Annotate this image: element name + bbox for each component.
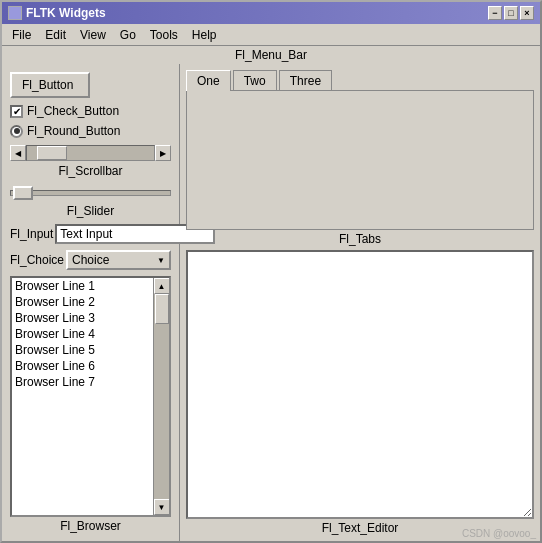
menu-bar: File Edit View Go Tools Help [2, 24, 540, 46]
fl-round-label: Fl_Round_Button [27, 124, 120, 138]
tab-three-label: Three [290, 74, 321, 88]
main-window: FLTK Widgets − □ × File Edit View Go Too… [0, 0, 542, 543]
scrollbar-thumb[interactable] [37, 146, 67, 160]
fl-choice-row: Fl_Choice Choice ▼ [10, 250, 171, 270]
fl-tabs-body [186, 90, 534, 230]
fl-scrollbar-container: ◀ ▶ Fl_Scrollbar [10, 144, 171, 178]
fl-scrollbar-label-text: Fl_Scrollbar [58, 164, 122, 178]
menu-help[interactable]: Help [186, 26, 223, 44]
fl-check-label: Fl_Check_Button [27, 104, 119, 118]
right-panel: One Two Three Fl_Tabs Fl_ [180, 64, 540, 541]
fl-tabs-container: One Two Three Fl_Tabs [186, 70, 534, 246]
fl-browser-container: Browser Line 1Browser Line 2Browser Line… [10, 276, 171, 533]
slider-thumb[interactable] [13, 186, 33, 200]
fl-tabs-label: Fl_Tabs [186, 230, 534, 246]
fl-texteditor-container: Fl_Text_Editor [186, 250, 534, 535]
fl-browser-list: Browser Line 1Browser Line 2Browser Line… [12, 278, 153, 515]
browser-list-item[interactable]: Browser Line 1 [12, 278, 153, 294]
fl-round-row: Fl_Round_Button [10, 124, 171, 138]
browser-list-item[interactable]: Browser Line 6 [12, 358, 153, 374]
fl-browser-label-text: Fl_Browser [60, 519, 121, 533]
app-icon [8, 6, 22, 20]
browser-list-item[interactable]: Browser Line 3 [12, 310, 153, 326]
fl-browser: Browser Line 1Browser Line 2Browser Line… [10, 276, 171, 517]
fl-input-label: Fl_Input [10, 227, 53, 241]
tab-two[interactable]: Two [233, 70, 277, 91]
tab-one[interactable]: One [186, 70, 231, 91]
maximize-button[interactable]: □ [504, 6, 518, 20]
title-buttons: − □ × [488, 6, 534, 20]
browser-list-item[interactable]: Browser Line 2 [12, 294, 153, 310]
fl-slider-label-text: Fl_Slider [67, 204, 114, 218]
scrollbar-left-btn[interactable]: ◀ [10, 145, 26, 161]
fl-choice-arrow-icon: ▼ [157, 256, 165, 265]
fl-tabs-label-text: Fl_Tabs [339, 232, 381, 246]
browser-scroll-track[interactable] [154, 294, 169, 499]
fl-menubar-label: Fl_Menu_Bar [2, 46, 540, 64]
fl-choice-select[interactable]: Choice ▼ [66, 250, 171, 270]
browser-scroll-up-btn[interactable]: ▲ [154, 278, 170, 294]
menu-edit[interactable]: Edit [39, 26, 72, 44]
fl-scrollbar: ◀ ▶ [10, 144, 171, 162]
left-panel: Fl_Button ✔ Fl_Check_Button Fl_Round_But… [2, 64, 180, 541]
fl-choice-label: Fl_Choice [10, 253, 64, 267]
fl-button[interactable]: Fl_Button [10, 72, 90, 98]
fl-texteditor-label-text: Fl_Text_Editor [322, 521, 399, 535]
watermark: CSDN @oovoo_ [462, 528, 536, 539]
tab-three[interactable]: Three [279, 70, 332, 91]
content-area: Fl_Button ✔ Fl_Check_Button Fl_Round_But… [2, 64, 540, 541]
fl-button-label: Fl_Button [22, 78, 73, 92]
minimize-button[interactable]: − [488, 6, 502, 20]
title-bar: FLTK Widgets − □ × [2, 2, 540, 24]
fl-slider [10, 184, 171, 202]
menu-file[interactable]: File [6, 26, 37, 44]
scrollbar-right-btn[interactable]: ▶ [155, 145, 171, 161]
browser-list-item[interactable]: Browser Line 4 [12, 326, 153, 342]
fl-browser-scrollbar: ▲ ▼ [153, 278, 169, 515]
browser-list-item[interactable]: Browser Line 7 [12, 374, 153, 390]
fl-slider-container: Fl_Slider [10, 184, 171, 218]
fl-scrollbar-label: Fl_Scrollbar [10, 164, 171, 178]
fl-check-row: ✔ Fl_Check_Button [10, 104, 171, 118]
menu-tools[interactable]: Tools [144, 26, 184, 44]
fl-texteditor[interactable] [186, 250, 534, 519]
browser-scroll-thumb[interactable] [155, 294, 169, 324]
fl-choice-value: Choice [72, 253, 109, 267]
fl-browser-label: Fl_Browser [10, 517, 171, 533]
fl-radio[interactable] [10, 125, 23, 138]
slider-track[interactable] [10, 190, 171, 196]
title-bar-left: FLTK Widgets [8, 6, 106, 20]
menu-view[interactable]: View [74, 26, 112, 44]
fl-input-row: Fl_Input [10, 224, 171, 244]
window-title: FLTK Widgets [26, 6, 106, 20]
browser-scroll-down-btn[interactable]: ▼ [154, 499, 170, 515]
fl-tabs-header: One Two Three [186, 70, 534, 91]
tab-two-label: Two [244, 74, 266, 88]
fl-menubar-text: Fl_Menu_Bar [235, 48, 307, 62]
scrollbar-track[interactable] [26, 145, 155, 161]
menu-go[interactable]: Go [114, 26, 142, 44]
fl-slider-label: Fl_Slider [10, 204, 171, 218]
fl-checkbox[interactable]: ✔ [10, 105, 23, 118]
close-button[interactable]: × [520, 6, 534, 20]
tab-one-label: One [197, 74, 220, 88]
browser-list-item[interactable]: Browser Line 5 [12, 342, 153, 358]
